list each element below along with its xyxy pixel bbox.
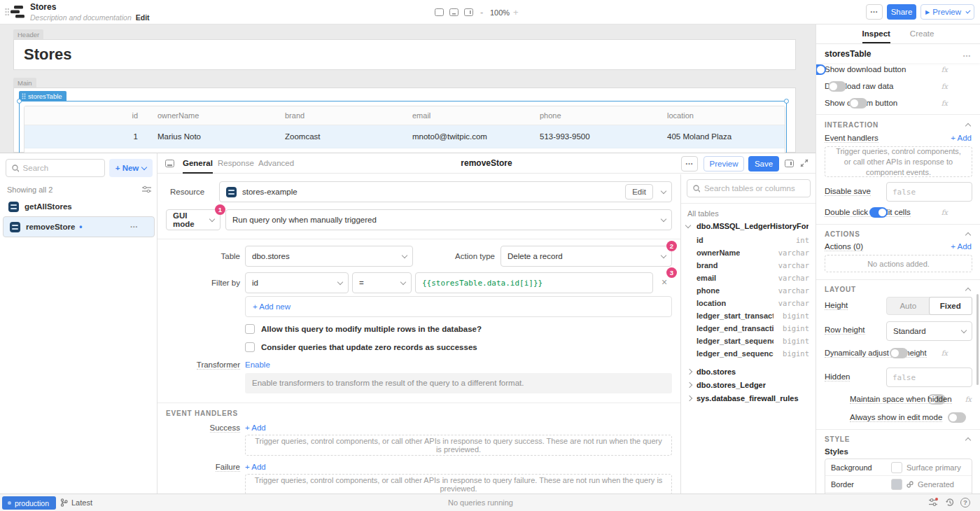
component-more-icon[interactable]: … <box>962 50 972 58</box>
query-more-icon[interactable]: … <box>130 221 139 230</box>
history-icon[interactable] <box>945 498 955 507</box>
collapse-section-icon[interactable] <box>965 288 971 293</box>
schema-column[interactable]: ledger_start_sequence...bigint <box>681 337 816 349</box>
always-show-toggle[interactable] <box>948 412 966 423</box>
column-header[interactable]: brand <box>275 106 402 125</box>
query-item-removestore[interactable]: removeStore • … <box>3 216 155 237</box>
modify-multiple-rows-checkbox[interactable] <box>245 324 255 334</box>
column-header[interactable]: id <box>24 106 148 125</box>
preview-button[interactable]: ▶ Preview <box>920 4 974 20</box>
expand-editor-icon[interactable] <box>800 159 808 167</box>
toggle-right-panel-icon[interactable] <box>464 8 473 16</box>
version-selector[interactable]: Latest <box>60 498 92 507</box>
fx-icon[interactable]: fx <box>941 349 948 357</box>
filter-field-select[interactable]: id <box>245 272 349 293</box>
header-container[interactable]: Stores <box>13 39 796 70</box>
schema-column[interactable]: ledger_end_sequence_...bigint <box>681 349 816 362</box>
app-canvas[interactable]: Header Stores Main storesTable id ownerN… <box>0 24 816 153</box>
failure-add-link[interactable]: + Add <box>245 463 266 471</box>
column-header[interactable]: phone <box>530 106 657 125</box>
toggle-schema-panel-icon[interactable] <box>785 160 794 167</box>
table-select[interactable]: dbo.stores <box>245 246 413 267</box>
query-preview-button[interactable]: Preview <box>704 156 744 172</box>
style-row-border[interactable]: Border Generated <box>825 476 972 493</box>
zero-records-checkbox[interactable] <box>245 342 255 352</box>
schema-table-expanded[interactable]: dbo.MSSQL_LedgerHistoryFor_15255... <box>681 222 816 234</box>
toggle-bottom-panel-icon[interactable] <box>449 8 458 16</box>
hidden-input[interactable] <box>886 368 972 387</box>
zoom-in-button[interactable]: + <box>513 7 519 18</box>
height-option-auto[interactable]: Auto <box>887 298 930 314</box>
color-swatch[interactable] <box>891 462 902 473</box>
schema-column[interactable]: ledger_end_transactio...bigint <box>681 324 816 337</box>
fx-icon[interactable]: fx <box>965 396 972 403</box>
debug-tools-icon[interactable] <box>928 498 938 507</box>
new-query-button[interactable]: + New <box>109 159 153 177</box>
query-item-getallstores[interactable]: getAllStores <box>3 198 155 215</box>
resize-handle-top-left[interactable] <box>17 99 22 104</box>
transformer-enable-link[interactable]: Enable <box>245 360 270 369</box>
schema-table-collapsed[interactable]: sys.database_firewall_rules <box>681 394 816 407</box>
filter-value-input[interactable]: {{storesTable.data.id[i]}} <box>415 272 653 293</box>
edit-description-link[interactable]: Edit <box>136 13 150 22</box>
stores-table-component[interactable]: id ownerName brand email phone location … <box>24 106 785 153</box>
column-header[interactable]: ownerName <box>148 106 275 125</box>
filter-icon[interactable] <box>142 186 151 193</box>
resource-select[interactable]: stores-example Edit <box>219 181 672 202</box>
fx-icon[interactable]: fx <box>941 209 948 216</box>
schema-search-box[interactable] <box>687 179 811 197</box>
schema-column[interactable]: brandvarchar <box>681 261 816 274</box>
share-button[interactable]: Share <box>887 4 916 20</box>
tab-general[interactable]: General <box>183 153 213 174</box>
tab-advanced[interactable]: Advanced <box>258 153 294 174</box>
more-menu-button[interactable]: … <box>866 4 883 20</box>
fx-icon[interactable]: fx <box>941 99 948 107</box>
fx-icon[interactable]: fx <box>941 66 948 74</box>
disable-save-input[interactable] <box>886 182 972 202</box>
header-frame-tag[interactable]: Header <box>13 29 43 40</box>
query-search-input[interactable] <box>23 164 99 172</box>
resize-handle-top-right[interactable] <box>784 99 789 104</box>
download-raw-toggle[interactable] <box>828 81 846 92</box>
column-header[interactable]: email <box>402 106 530 125</box>
cell-phone[interactable]: 513-993-9500 <box>530 125 657 148</box>
show-download-toggle[interactable] <box>816 64 826 75</box>
main-frame-tag[interactable]: Main <box>13 78 36 88</box>
collapse-panel-icon[interactable] <box>165 160 174 167</box>
selected-component-tag[interactable]: storesTable <box>19 91 66 102</box>
resource-edit-button[interactable]: Edit <box>625 184 653 200</box>
tab-create[interactable]: Create <box>910 24 934 43</box>
query-search-box[interactable] <box>6 159 105 177</box>
schema-column[interactable]: phonevarchar <box>681 286 816 299</box>
collapse-section-icon[interactable] <box>965 232 971 238</box>
cell-email[interactable]: mnoto0@twitpic.com <box>402 125 530 148</box>
zoom-level[interactable]: 100% <box>490 8 510 17</box>
row-height-select[interactable]: Standard <box>886 321 972 341</box>
schema-column[interactable]: ledger_start_transacti...bigint <box>681 312 816 324</box>
dynamic-row-height-toggle[interactable] <box>890 348 908 358</box>
tab-response[interactable]: Response <box>218 153 254 174</box>
style-row-background[interactable]: Background Surface primary <box>825 459 972 476</box>
cell-ownername[interactable]: Marius Noto <box>148 125 275 148</box>
query-save-button[interactable]: Save <box>748 156 779 172</box>
help-icon[interactable]: ? <box>960 498 970 507</box>
run-trigger-select[interactable]: Run query only when manually triggered <box>225 209 672 230</box>
schema-table-collapsed[interactable]: dbo.stores_Ledger <box>681 381 816 393</box>
column-header[interactable]: location <box>657 106 785 125</box>
scrollbar-thumb[interactable] <box>976 294 979 385</box>
environment-selector[interactable]: production <box>2 496 56 510</box>
action-type-select[interactable]: Delete a record <box>500 246 672 267</box>
schema-table-collapsed[interactable]: dbo.stores <box>681 368 816 380</box>
tab-inspect[interactable]: Inspect <box>862 24 890 43</box>
toggle-left-panel-icon[interactable] <box>435 8 444 16</box>
fx-icon[interactable]: fx <box>941 83 948 90</box>
table-row[interactable]: 1 Marius Noto Zoomcast mnoto0@twitpic.co… <box>24 125 785 148</box>
preview-dropdown-chevron-icon[interactable] <box>966 8 971 13</box>
double-click-toggle[interactable] <box>869 207 888 218</box>
success-add-link[interactable]: + Add <box>245 424 266 432</box>
schema-column[interactable]: emailvarchar <box>681 274 816 286</box>
gui-mode-select[interactable]: GUI mode <box>166 209 220 230</box>
schema-column[interactable]: locationvarchar <box>681 299 816 312</box>
actions-add-link[interactable]: + Add <box>951 242 972 251</box>
schema-column[interactable]: ownerNamevarchar <box>681 248 816 261</box>
